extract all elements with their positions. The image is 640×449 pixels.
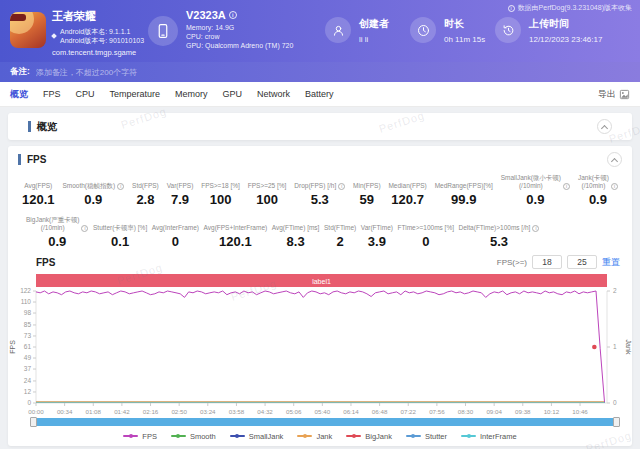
info-icon[interactable] bbox=[338, 183, 345, 190]
chart-scrollbar[interactable] bbox=[30, 418, 620, 426]
app-title: 王者荣耀 bbox=[52, 9, 144, 24]
info-icon bbox=[508, 5, 515, 12]
stat-value: 100 bbox=[248, 192, 287, 207]
export-button[interactable]: 导出 bbox=[598, 88, 630, 101]
legend-item-interframe[interactable]: InterFrame bbox=[461, 432, 517, 441]
fps-section-title: FPS bbox=[27, 154, 607, 165]
stat-label: Avg(FPS) bbox=[22, 174, 55, 190]
chevron-up-icon bbox=[611, 157, 618, 164]
collapse-button[interactable] bbox=[597, 119, 612, 134]
fps-threshold-label: FPS(>=) bbox=[497, 258, 527, 267]
info-icon[interactable] bbox=[611, 183, 618, 190]
svg-text:98: 98 bbox=[24, 309, 32, 316]
collect-version-text: 数据由PerfDog(9.3.231048)版本收集 bbox=[518, 3, 632, 13]
stat-label: Delta(FTime)>100ms [/h] bbox=[459, 216, 540, 232]
stat-cell: Drop(FPS) [/h]5.3 bbox=[294, 174, 345, 207]
scrollbar-handle-left[interactable] bbox=[30, 417, 37, 427]
svg-text:FPS: FPS bbox=[9, 340, 16, 354]
svg-text:49: 49 bbox=[24, 354, 32, 361]
stat-label: FPS>=18 [%] bbox=[201, 174, 240, 190]
tab-概览[interactable]: 概览 bbox=[10, 88, 28, 101]
upload-time-label: 上传时间 bbox=[529, 17, 602, 31]
legend-marker bbox=[230, 435, 245, 437]
report-body: 概览 FPS Avg(FPS)120.1Smooth(稳帧指数)0.9Std(F… bbox=[0, 107, 640, 449]
device-memory: Memory: 14.9G bbox=[186, 23, 293, 32]
android-version-code: Android版本号: 901010103 bbox=[60, 36, 144, 45]
legend-item-stutter[interactable]: Stutter bbox=[406, 432, 447, 441]
stat-cell: SmallJank(微小卡顿) (/10min)0.9 bbox=[501, 174, 570, 207]
chart-legend: FPSSmoothSmallJankJankBigJankStutterInte… bbox=[8, 430, 632, 442]
legend-item-jank[interactable]: Jank bbox=[297, 432, 332, 441]
fps-chart-title: FPS bbox=[36, 257, 497, 268]
legend-item-fps[interactable]: FPS bbox=[123, 432, 157, 441]
legend-item-smooth[interactable]: Smooth bbox=[171, 432, 216, 441]
svg-text:07:22: 07:22 bbox=[401, 408, 417, 415]
tab-gpu[interactable]: GPU bbox=[223, 89, 243, 99]
tab-network[interactable]: Network bbox=[257, 89, 290, 99]
stat-label: Var(FPS) bbox=[167, 174, 194, 190]
svg-text:110: 110 bbox=[21, 298, 32, 305]
fps-threshold-input-1[interactable] bbox=[532, 255, 562, 269]
tab-bar: 概览FPSCPUTemperatureMemoryGPUNetworkBatte… bbox=[0, 82, 640, 107]
legend-label: Jank bbox=[316, 432, 332, 441]
tab-memory[interactable]: Memory bbox=[175, 89, 208, 99]
stat-value: 5.3 bbox=[294, 192, 345, 207]
legend-item-bigjank[interactable]: BigJank bbox=[346, 432, 392, 441]
note-input[interactable] bbox=[36, 68, 630, 77]
info-icon[interactable] bbox=[117, 183, 124, 190]
legend-label: FPS bbox=[142, 432, 157, 441]
info-icon[interactable] bbox=[563, 183, 570, 190]
stat-cell: Median(FPS)120.7 bbox=[388, 174, 426, 207]
legend-label: Stutter bbox=[425, 432, 447, 441]
svg-text:09:38: 09:38 bbox=[515, 408, 531, 415]
reset-link[interactable]: 重置 bbox=[602, 256, 620, 269]
svg-text:05:40: 05:40 bbox=[315, 408, 331, 415]
legend-label: SmallJank bbox=[249, 432, 284, 441]
svg-text:02:16: 02:16 bbox=[143, 408, 159, 415]
legend-marker bbox=[123, 435, 138, 437]
legend-label: InterFrame bbox=[480, 432, 517, 441]
svg-text:2: 2 bbox=[613, 287, 617, 294]
game-app-icon bbox=[10, 12, 46, 48]
stat-cell: FPS>=18 [%]100 bbox=[201, 174, 240, 207]
device-model: V2323A bbox=[186, 9, 226, 21]
stat-value: 100 bbox=[201, 192, 240, 207]
info-icon[interactable] bbox=[81, 225, 88, 232]
stat-value: 7.9 bbox=[167, 192, 194, 207]
legend-item-smalljank[interactable]: SmallJank bbox=[230, 432, 284, 441]
chart-scrollbar-range[interactable] bbox=[37, 418, 613, 426]
stat-label: FTime>=100ms [%] bbox=[398, 216, 454, 232]
stat-label: Avg(FTime) [ms] bbox=[272, 216, 320, 232]
svg-text:08:30: 08:30 bbox=[458, 408, 474, 415]
svg-text:1: 1 bbox=[613, 343, 617, 350]
stat-label: Min(FPS) bbox=[353, 174, 380, 190]
collapse-button[interactable] bbox=[607, 152, 622, 167]
svg-text:09:04: 09:04 bbox=[486, 408, 502, 415]
stat-cell: Avg(FTime) [ms]8.3 bbox=[272, 216, 320, 249]
info-icon[interactable] bbox=[532, 225, 539, 232]
svg-text:02:50: 02:50 bbox=[171, 408, 187, 415]
svg-text:10:46: 10:46 bbox=[572, 408, 588, 415]
tab-fps[interactable]: FPS bbox=[43, 89, 61, 99]
stat-label: Stutter(卡顿率) [%] bbox=[93, 216, 147, 232]
tab-temperature[interactable]: Temperature bbox=[110, 89, 161, 99]
stat-value: 2.8 bbox=[132, 192, 159, 207]
legend-marker bbox=[171, 435, 186, 437]
fps-threshold-input-2[interactable] bbox=[567, 255, 597, 269]
stat-cell: BigJank(严重卡顿) (/10min)0.9 bbox=[26, 216, 88, 249]
stat-label: BigJank(严重卡顿) (/10min) bbox=[26, 216, 88, 232]
svg-text:06:48: 06:48 bbox=[372, 408, 388, 415]
stat-cell: Std(FPS)2.8 bbox=[132, 174, 159, 207]
svg-text:07:56: 07:56 bbox=[429, 408, 445, 415]
scrollbar-handle-right[interactable] bbox=[613, 417, 620, 427]
stat-value: 99.9 bbox=[435, 192, 493, 207]
svg-text:03:24: 03:24 bbox=[200, 408, 216, 415]
tab-battery[interactable]: Battery bbox=[305, 89, 334, 99]
stat-value: 0.9 bbox=[501, 192, 570, 207]
info-icon[interactable] bbox=[229, 11, 237, 19]
note-bar: 备注: bbox=[0, 62, 640, 82]
report-header: 王者荣耀 Android版本名: 9.1.1.1 Android版本号: 901… bbox=[0, 0, 640, 62]
tab-cpu[interactable]: CPU bbox=[76, 89, 95, 99]
creator-label: 创建者 bbox=[359, 17, 389, 31]
stat-label: Avg(InterFrame) bbox=[152, 216, 199, 232]
